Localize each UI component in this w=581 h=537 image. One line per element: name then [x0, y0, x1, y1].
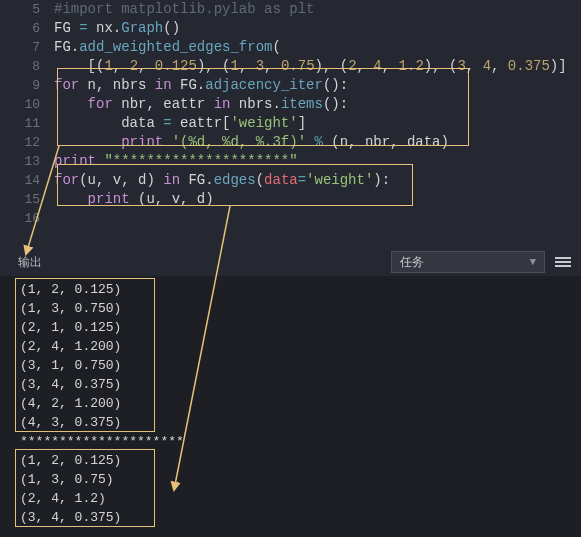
code-line[interactable]: print '(%d, %d, %.3f)' % (n, nbr, data): [54, 133, 581, 152]
code-line[interactable]: for nbr, eattr in nbrs.items():: [54, 95, 581, 114]
code-line[interactable]: [54, 209, 581, 228]
output-line: (3, 4, 0.375): [20, 508, 561, 527]
task-select-label: 任务: [400, 254, 424, 271]
code-line[interactable]: print (u, v, d): [54, 190, 581, 209]
output-line: (3, 1, 0.750): [20, 356, 561, 375]
task-select[interactable]: 任务 ▼: [391, 251, 545, 273]
output-line: (2, 1, 0.125): [20, 318, 561, 337]
line-number: 9: [0, 76, 40, 95]
output-line: (4, 2, 1.200): [20, 394, 561, 413]
output-tab-label[interactable]: 输出: [18, 254, 42, 271]
line-number: 15: [0, 190, 40, 209]
output-panel-header: 输出 任务 ▼: [0, 248, 581, 276]
output-line: (1, 2, 0.125): [20, 451, 561, 470]
code-editor[interactable]: 5678910111213141516 #import matplotlib.p…: [0, 0, 581, 228]
line-number-gutter: 5678910111213141516: [0, 0, 54, 228]
output-line: (3, 4, 0.375): [20, 375, 561, 394]
output-line: *********************: [20, 432, 561, 451]
line-number: 12: [0, 133, 40, 152]
line-number: 7: [0, 38, 40, 57]
output-line: (1, 2, 0.125): [20, 280, 561, 299]
line-number: 14: [0, 171, 40, 190]
output-line: (4, 3, 0.375): [20, 413, 561, 432]
code-line[interactable]: #import matplotlib.pylab as plt: [54, 0, 581, 19]
output-line: (2, 4, 1.200): [20, 337, 561, 356]
code-area[interactable]: #import matplotlib.pylab as pltFG = nx.G…: [54, 0, 581, 228]
line-number: 11: [0, 114, 40, 133]
code-line[interactable]: for(u, v, d) in FG.edges(data='weight'):: [54, 171, 581, 190]
chevron-down-icon: ▼: [529, 256, 536, 268]
line-number: 10: [0, 95, 40, 114]
output-panel[interactable]: (1, 2, 0.125)(1, 3, 0.750)(2, 1, 0.125)(…: [0, 276, 581, 537]
output-line: (1, 3, 0.750): [20, 299, 561, 318]
code-line[interactable]: FG.add_weighted_edges_from(: [54, 38, 581, 57]
code-line[interactable]: [(1, 2, 0.125), (1, 3, 0.75), (2, 4, 1.2…: [54, 57, 581, 76]
output-line: (1, 3, 0.75): [20, 470, 561, 489]
line-number: 5: [0, 0, 40, 19]
code-line[interactable]: FG = nx.Graph(): [54, 19, 581, 38]
panel-menu-icon[interactable]: [555, 253, 573, 271]
code-line[interactable]: print "*********************": [54, 152, 581, 171]
output-line: (2, 4, 1.2): [20, 489, 561, 508]
line-number: 6: [0, 19, 40, 38]
line-number: 16: [0, 209, 40, 228]
line-number: 8: [0, 57, 40, 76]
line-number: 13: [0, 152, 40, 171]
code-line[interactable]: data = eattr['weight']: [54, 114, 581, 133]
code-line[interactable]: for n, nbrs in FG.adjacency_iter():: [54, 76, 581, 95]
